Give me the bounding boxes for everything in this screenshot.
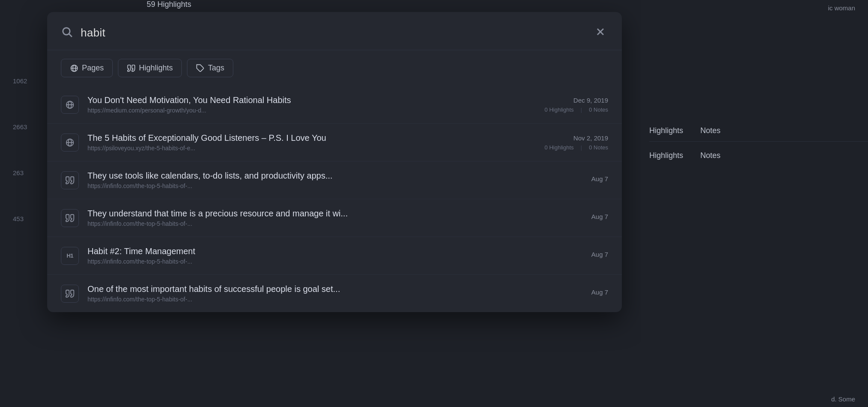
quote-icon [65, 176, 75, 185]
result-content: Habit #2: Time Management https://infinf… [87, 246, 583, 265]
right-panel-header-notes: Notes [700, 126, 720, 135]
filter-tabs: Pages Highlights Tags [47, 50, 622, 86]
result-url: https://infinfo.com/the-top-5-habits-of-… [87, 258, 583, 265]
right-panel-section-notes: Notes [700, 151, 720, 160]
result-icon-globe [61, 134, 79, 152]
tag-icon [196, 64, 205, 73]
search-input[interactable] [81, 26, 585, 39]
result-icon-quote [61, 209, 79, 227]
result-meta: Nov 2, 2019 0 Highlights | 0 Notes [545, 134, 608, 151]
result-icon-globe [61, 96, 79, 114]
result-content: The 5 Habits of Exceptionally Good Liste… [87, 133, 536, 152]
result-content: You Don't Need Motivation, You Need Rati… [87, 95, 536, 114]
sidebar-num-2: 2663 [13, 123, 27, 131]
result-item[interactable]: H1 Habit #2: Time Management https://inf… [47, 237, 622, 275]
result-date: Aug 7 [591, 289, 608, 296]
result-title: One of the most important habits of succ… [87, 284, 583, 294]
globe-icon [65, 100, 75, 109]
result-meta: Aug 7 [591, 289, 608, 298]
result-content: They understand that time is a precious … [87, 209, 583, 227]
result-stats: 0 Highlights | 0 Notes [545, 106, 608, 113]
filter-tab-highlights[interactable]: Highlights [118, 59, 182, 77]
right-panel-body: Highlights Notes Highlights Notes [641, 0, 868, 166]
sidebar-num-1: 1062 [13, 77, 27, 85]
results-list: You Don't Need Motivation, You Need Rati… [47, 86, 622, 312]
result-date: Aug 7 [591, 175, 608, 182]
right-panel-top-text: ic woman [828, 4, 855, 12]
right-panel-section-highlights: Highlights [649, 151, 683, 160]
right-panel-header-highlights: Highlights [649, 126, 683, 135]
result-meta: Aug 7 [591, 175, 608, 185]
globe-icon [65, 138, 75, 147]
result-url: https://psiloveyou.xyz/the-5-habits-of-e… [87, 145, 536, 152]
result-content: They use tools like calendars, to-do lis… [87, 171, 583, 189]
svg-line-1 [69, 34, 72, 36]
result-item[interactable]: You Don't Need Motivation, You Need Rati… [47, 86, 622, 124]
search-header [47, 12, 622, 50]
search-modal: Pages Highlights Tags [47, 12, 622, 312]
filter-tab-pages-label: Pages [82, 64, 104, 73]
filter-tab-tags[interactable]: Tags [187, 59, 233, 77]
filter-tab-highlights-label: Highlights [139, 64, 173, 73]
result-stats: 0 Highlights | 0 Notes [545, 144, 608, 151]
result-title: Habit #2: Time Management [87, 246, 583, 256]
result-item[interactable]: They use tools like calendars, to-do lis… [47, 161, 622, 199]
result-sep: | [581, 106, 582, 113]
result-icon-h1: H1 [61, 247, 79, 265]
result-meta: Aug 7 [591, 251, 608, 261]
result-item[interactable]: One of the most important habits of succ… [47, 275, 622, 312]
result-meta: Dec 9, 2019 0 Highlights | 0 Notes [545, 97, 608, 113]
result-title: They understand that time is a precious … [87, 209, 583, 219]
result-notes: 0 Notes [589, 106, 608, 113]
quote-icon [127, 64, 136, 73]
close-button[interactable] [593, 24, 608, 41]
result-icon-quote [61, 285, 79, 303]
result-date: Aug 7 [591, 213, 608, 220]
result-content: One of the most important habits of succ… [87, 284, 583, 303]
sidebar-num-3: 263 [13, 169, 27, 176]
result-highlights: 0 Highlights [545, 106, 574, 113]
filter-tab-pages[interactable]: Pages [61, 59, 113, 77]
result-url: https://infinfo.com/the-top-5-habits-of-… [87, 182, 583, 189]
right-panel-bottom-text: d. Some [831, 395, 855, 403]
result-date: Aug 7 [591, 251, 608, 258]
result-highlights: 0 Highlights [545, 144, 574, 151]
right-panel-section-row: Highlights Notes [649, 145, 868, 166]
result-date: Nov 2, 2019 [545, 134, 608, 142]
result-url: https://infinfo.com/the-top-5-habits-of-… [87, 296, 583, 303]
quote-icon [65, 289, 75, 298]
result-title: The 5 Habits of Exceptionally Good Liste… [87, 133, 536, 143]
right-panel: ic woman Highlights Notes Highlights Not… [641, 0, 868, 407]
result-item[interactable]: The 5 Habits of Exceptionally Good Liste… [47, 124, 622, 161]
result-icon-quote [61, 171, 79, 189]
filter-tab-tags-label: Tags [208, 64, 224, 73]
search-icon [61, 26, 73, 39]
result-meta: Aug 7 [591, 213, 608, 223]
result-url: https://medium.com/personal-growth/you-d… [87, 107, 536, 114]
sidebar-num-4: 453 [13, 215, 27, 222]
result-item[interactable]: They understand that time is a precious … [47, 199, 622, 237]
right-panel-header-row: Highlights Notes [649, 120, 868, 142]
highlights-count: 59 Highlights [143, 0, 195, 9]
result-url: https://infinfo.com/the-top-5-habits-of-… [87, 220, 583, 227]
sidebar-numbers: 1062 2663 263 453 [13, 77, 27, 222]
result-title: You Don't Need Motivation, You Need Rati… [87, 95, 536, 105]
result-date: Dec 9, 2019 [545, 97, 608, 104]
globe-icon [70, 64, 78, 73]
svg-point-0 [63, 28, 70, 35]
result-notes: 0 Notes [589, 144, 608, 151]
result-sep: | [581, 144, 582, 151]
quote-icon [65, 213, 75, 223]
result-title: They use tools like calendars, to-do lis… [87, 171, 583, 181]
